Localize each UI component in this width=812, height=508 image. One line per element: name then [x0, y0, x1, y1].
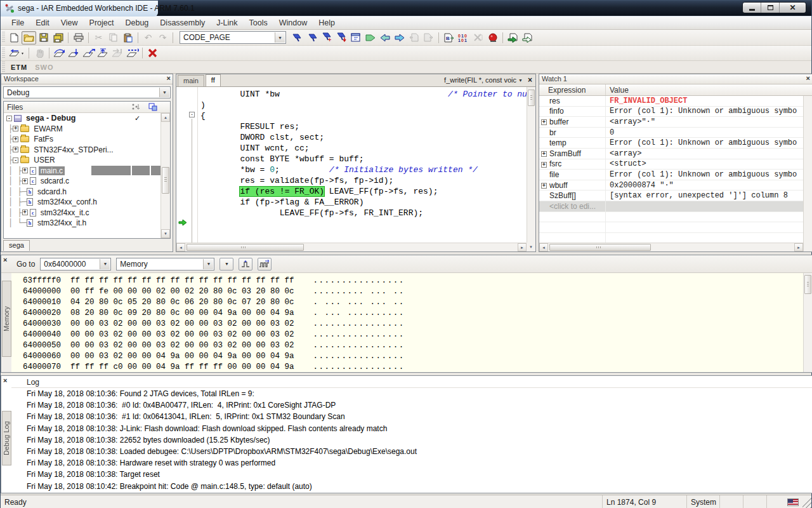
- workspace-tab-sega[interactable]: sega: [3, 240, 30, 251]
- minimize-button[interactable]: [743, 3, 761, 13]
- run-icon[interactable]: [363, 31, 377, 44]
- editor-close-icon[interactable]: ×: [528, 76, 532, 84]
- tree-item-ewarm[interactable]: ├ + EWARM: [4, 124, 160, 135]
- watch-row-buffer[interactable]: +buffer<array>"·": [539, 117, 812, 128]
- close-button[interactable]: ✕: [780, 3, 806, 13]
- function-dropdown-icon[interactable]: ▼: [518, 78, 523, 83]
- menu-debug[interactable]: Debug: [119, 17, 154, 29]
- break-button[interactable]: [32, 46, 46, 60]
- log-close-button[interactable]: ×: [3, 377, 7, 384]
- menu-help[interactable]: Help: [313, 17, 341, 29]
- reset-button[interactable]: [7, 46, 26, 60]
- restore-button[interactable]: [761, 3, 780, 13]
- redo-button[interactable]: ↷: [155, 31, 170, 44]
- menu-tools[interactable]: Tools: [244, 17, 273, 29]
- expand-icon[interactable]: +: [13, 126, 18, 131]
- menu-jlink[interactable]: J-Link: [211, 17, 243, 29]
- step-into-button[interactable]: [67, 46, 81, 60]
- tree-item-user[interactable]: ├ - USER: [4, 155, 160, 166]
- dropdown-arrow-icon[interactable]: ▼: [100, 259, 110, 269]
- compile-icon[interactable]: B: [442, 31, 456, 44]
- toolbar-grip[interactable]: [2, 32, 5, 43]
- tree-item-stm32f4xx-it-c[interactable]: │ ├ + c stm32f4xx_it.c: [4, 208, 160, 218]
- menu-disassembly[interactable]: Disassembly: [154, 17, 211, 29]
- expand-icon[interactable]: +: [541, 183, 547, 189]
- print-button[interactable]: [71, 31, 86, 44]
- configuration-combobox[interactable]: Debug ▼: [3, 86, 171, 98]
- cut-button[interactable]: ✂: [91, 31, 106, 44]
- navigate-add-icon[interactable]: +: [319, 31, 334, 44]
- watch-vertical-scrollbar[interactable]: [803, 96, 812, 251]
- workspace-close-button[interactable]: ×: [167, 74, 171, 82]
- editor-gutter[interactable]: -: [176, 87, 198, 243]
- watch-row-szbuff[interactable]: SzBuff[][syntax error, unexpected ']'] c…: [539, 190, 812, 201]
- fold-collapse-icon[interactable]: -: [189, 112, 195, 117]
- toolbar-grip[interactable]: [2, 62, 5, 73]
- make-icon[interactable]: 010101: [456, 31, 471, 44]
- editor-vertical-scrollbar[interactable]: [527, 87, 535, 243]
- tree-item-sega-debug[interactable]: - sega - Debug ✓: [4, 113, 160, 124]
- dropdown-arrow-icon[interactable]: ▼: [203, 259, 213, 269]
- save-all-button[interactable]: [51, 31, 65, 44]
- undo-button[interactable]: ↶: [141, 31, 155, 44]
- scrollbar-thumb[interactable]: [549, 244, 651, 251]
- code-area[interactable]: - UINT *bw /* Pointer to number of bytes…: [176, 87, 527, 243]
- scroll-left-icon[interactable]: ◄: [176, 243, 185, 251]
- watch-row-fsrc[interactable]: +fsrc<struct>: [539, 159, 812, 170]
- editor-horizontal-scrollbar[interactable]: ◄ ►: [176, 243, 527, 251]
- memory-side-tab[interactable]: Memory: [2, 281, 11, 357]
- open-file-button[interactable]: [22, 31, 36, 44]
- source-browser-icon[interactable]: [348, 31, 363, 44]
- memory-hex-view[interactable]: 63fffff0 ff ff ff ff ff ff ff ff ff ff f…: [11, 273, 803, 372]
- scroll-right-icon[interactable]: ►: [518, 243, 527, 251]
- scrollbar-thumb[interactable]: [804, 275, 811, 294]
- function-selector[interactable]: f_write(FIL *, const voic: [444, 76, 516, 84]
- menu-file[interactable]: File: [6, 17, 30, 29]
- tree-item-main-c[interactable]: │ ├ + c main.c: [4, 166, 160, 177]
- watch-row-file[interactable]: fileError (col 1): Unknown or ambiguous …: [539, 170, 812, 180]
- scrollbar-thumb[interactable]: [162, 167, 169, 194]
- debug-log-side-tab[interactable]: Debug Log: [2, 411, 11, 465]
- scroll-down-icon[interactable]: ▼: [161, 229, 170, 238]
- expand-icon[interactable]: +: [22, 210, 28, 215]
- tree-item-fatfs[interactable]: ├ + FatFs: [4, 134, 160, 145]
- step-over-button[interactable]: [52, 46, 67, 60]
- watch-row-new[interactable]: <click to edi...: [539, 201, 812, 212]
- resize-grip[interactable]: [802, 495, 811, 508]
- prev-doc-icon[interactable]: [407, 31, 421, 44]
- expand-icon[interactable]: +: [541, 162, 547, 168]
- memory-close-button[interactable]: ×: [3, 256, 7, 264]
- stop-debugging-button[interactable]: [145, 46, 160, 60]
- dropdown-arrow-icon[interactable]: ▼: [159, 88, 169, 97]
- language-indicator[interactable]: [767, 495, 802, 508]
- navigate-icon-2[interactable]: [304, 31, 319, 44]
- tab-ff[interactable]: ff: [206, 74, 221, 86]
- stop-build-icon[interactable]: [471, 31, 485, 44]
- expand-icon[interactable]: +: [22, 168, 28, 173]
- tree-item-sdcard-c[interactable]: │ ├ + c sdcard.c: [4, 176, 160, 187]
- expand-icon[interactable]: +: [541, 151, 547, 157]
- scrollbar-thumb[interactable]: [528, 90, 535, 106]
- scroll-down-icon[interactable]: ▼: [527, 243, 535, 251]
- scrollbar-thumb[interactable]: [187, 244, 304, 251]
- paste-button[interactable]: [121, 31, 135, 44]
- save-button[interactable]: [36, 31, 51, 44]
- tree-item-stm32f4xx-it-h[interactable]: │ └─ h stm32f4xx_it.h: [4, 218, 160, 229]
- files-scrollbar[interactable]: ▲ ▼: [160, 113, 170, 238]
- watch-row-res[interactable]: resFR_INVALID_OBJECT: [539, 96, 812, 107]
- navigate-back-icon[interactable]: [377, 31, 392, 44]
- memory-scrollbar[interactable]: [803, 273, 812, 372]
- next-statement-button[interactable]: [96, 46, 110, 60]
- memory-snapshot-button[interactable]: [239, 258, 252, 271]
- watch-row-temp[interactable]: tempError (col 1): Unknown or ambiguous …: [539, 138, 812, 149]
- dropdown-arrow-icon[interactable]: ▼: [275, 32, 285, 43]
- tree-item-stm32f4xx-conf-h[interactable]: │ ├─ h stm32f4xx_conf.h: [4, 197, 160, 208]
- menu-edit[interactable]: Edit: [30, 17, 55, 29]
- swo-button[interactable]: SWO: [31, 62, 57, 72]
- run-to-cursor-button[interactable]: [110, 46, 125, 60]
- scroll-right-icon[interactable]: ►: [794, 243, 803, 251]
- watch-horizontal-scrollbar[interactable]: ◄ ►: [539, 243, 803, 251]
- expand-icon[interactable]: +: [13, 137, 18, 142]
- next-doc-icon[interactable]: [421, 31, 436, 44]
- toolbar-grip[interactable]: [2, 48, 5, 59]
